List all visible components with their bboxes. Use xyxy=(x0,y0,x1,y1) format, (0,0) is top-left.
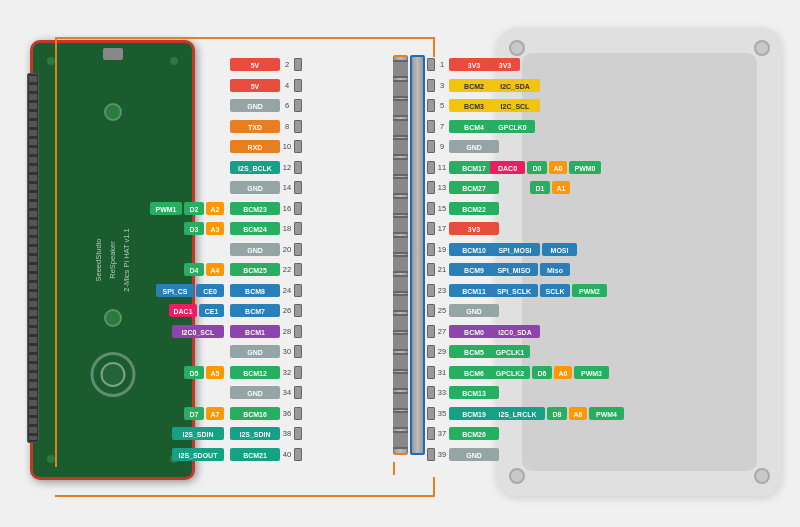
el-r34 xyxy=(148,383,224,403)
fn-label-spimiso: SPI_MISO xyxy=(490,263,538,276)
pin-num-12: 12 xyxy=(280,163,294,172)
el-r10 xyxy=(148,137,224,157)
el-r32: D5 A5 xyxy=(148,363,224,383)
pin-row-16: BCM23 16 xyxy=(230,199,302,219)
right-function-labels: 3V3 I2C_SDA I2C_SCL GPCLK0 DAC0 D0 A0 PW… xyxy=(490,55,624,464)
pin-row-r39: 39 GND xyxy=(427,445,499,465)
pin-dot-10 xyxy=(294,140,302,153)
fn-r9 xyxy=(490,137,624,157)
el-i2ssdout: I2S_SDOUT xyxy=(172,448,224,461)
pin-label-16: BCM23 xyxy=(230,202,280,215)
pin-dot-r13 xyxy=(427,181,435,194)
logo-inner xyxy=(100,362,125,387)
orange-wire-bottom-right xyxy=(433,477,435,497)
pin-label-40: BCM21 xyxy=(230,448,280,461)
fn-r35: I2S_LRCLK D8 A8 PWM4 xyxy=(490,404,624,424)
pin-label-2: 5V xyxy=(230,58,280,71)
pin-dot-8 xyxy=(294,120,302,133)
pin-row-12: I2S_BCLK 12 xyxy=(230,158,302,178)
pin-dot-14 xyxy=(294,181,302,194)
pin-label-10: RXD xyxy=(230,140,280,153)
pin-dot-r1 xyxy=(427,58,435,71)
pin-dot-28 xyxy=(294,325,302,338)
orange-wire-top xyxy=(55,37,435,39)
pin-row-38: I2S_SDIN 38 xyxy=(230,424,302,444)
pin-dot-36 xyxy=(294,407,302,420)
pin-dot-20 xyxy=(294,243,302,256)
pin-row-18: BCM24 18 xyxy=(230,219,302,239)
pin-dot-r19 xyxy=(427,243,435,256)
pin-row-40: BCM21 40 xyxy=(230,445,302,465)
pin-dot-22 xyxy=(294,263,302,276)
fn-r23: SPI_SCLK SCLK PWM2 xyxy=(490,281,624,301)
pin-row-r27: 27 BCM0 xyxy=(427,322,499,342)
pin-dot-34 xyxy=(294,386,302,399)
fn-label-i2c0sda: I2C0_SDA xyxy=(490,325,540,338)
pin-num-28: 28 xyxy=(280,327,294,336)
pin-num-6: 6 xyxy=(280,101,294,110)
pin-num-r5: 5 xyxy=(435,101,449,110)
el-a4: A4 xyxy=(206,263,224,276)
fn-label-i2slrclk: I2S_LRCLK xyxy=(490,407,545,420)
pin-num-26: 26 xyxy=(280,306,294,315)
el-r30 xyxy=(148,342,224,362)
fn-label-pwm3: PWM3 xyxy=(574,366,609,379)
fn-r15 xyxy=(490,199,624,219)
el-pwm1: PWM1 xyxy=(150,202,182,215)
pin-dot-18 xyxy=(294,222,302,235)
pin-dot-r39 xyxy=(427,448,435,461)
pin-num-22: 22 xyxy=(280,265,294,274)
fn-r11: DAC0 D0 A0 PWM0 xyxy=(490,158,624,178)
fn-r25 xyxy=(490,301,624,321)
fn-label-pwm2: PWM2 xyxy=(572,284,607,297)
pin-dot-r3 xyxy=(427,79,435,92)
board-label: SeeedStudio ReSpeaker 2-Mics Pi HAT v1.1 xyxy=(92,228,134,292)
el-a5: A5 xyxy=(206,366,224,379)
el-a2: A2 xyxy=(206,202,224,215)
pin-label-12: I2S_BCLK xyxy=(230,161,280,174)
el-r22: D4 A4 xyxy=(148,260,224,280)
el-r28: I2C0_SCL xyxy=(148,322,224,342)
fn-label-pwm4: PWM4 xyxy=(589,407,624,420)
fn-r21: SPI_MISO Miso xyxy=(490,260,624,280)
pin-row-2: 5V 2 xyxy=(230,55,302,75)
pin-num-r31: 31 xyxy=(435,368,449,377)
pin-row-28: BCM1 28 xyxy=(230,322,302,342)
board-version: 2-Mics Pi HAT v1.1 xyxy=(120,228,134,292)
pin-row-14: GND 14 xyxy=(230,178,302,198)
el-d2: D2 xyxy=(184,202,204,215)
pin-num-r29: 29 xyxy=(435,347,449,356)
pin-row-r11: 11 BCM17 xyxy=(427,158,499,178)
pin-label-22: BCM25 xyxy=(230,263,280,276)
pin-label-6: GND xyxy=(230,99,280,112)
pin-num-r7: 7 xyxy=(435,122,449,131)
pin-row-r15: 15 BCM22 xyxy=(427,199,499,219)
el-ce0: CE0 xyxy=(196,284,224,297)
fn-r13: D1 A1 xyxy=(490,178,624,198)
el-r18: D3 A3 xyxy=(148,219,224,239)
pin-dot-6 xyxy=(294,99,302,112)
pin-num-r25: 25 xyxy=(435,306,449,315)
pin-dot-r31 xyxy=(427,366,435,379)
fn-label-d8: D8 xyxy=(547,407,567,420)
pin-row-4: 5V 4 xyxy=(230,76,302,96)
pin-label-14: GND xyxy=(230,181,280,194)
pin-label-38: I2S_SDIN xyxy=(230,427,280,440)
pin-label-28: BCM1 xyxy=(230,325,280,338)
fn-r33 xyxy=(490,383,624,403)
pin-row-10: RXD 10 xyxy=(230,137,302,157)
el-r36: D7 A7 xyxy=(148,404,224,424)
pin-num-30: 30 xyxy=(280,347,294,356)
pin-dot-24 xyxy=(294,284,302,297)
gpio-header xyxy=(27,73,39,443)
pin-row-r33: 33 BCM13 xyxy=(427,383,499,403)
pin-num-4: 4 xyxy=(280,81,294,90)
pin-dot-32 xyxy=(294,366,302,379)
fn-label-d0: D0 xyxy=(527,161,547,174)
fn-r1: 3V3 xyxy=(490,55,624,75)
pin-dot-12 xyxy=(294,161,302,174)
board-brand: SeeedStudio xyxy=(92,228,106,292)
corner-screw-tr xyxy=(754,40,770,56)
pin-dot-r21 xyxy=(427,263,435,276)
pin-dot-r9 xyxy=(427,140,435,153)
